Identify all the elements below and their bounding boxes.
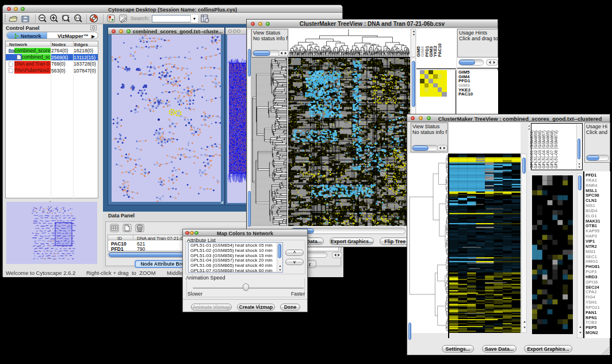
svg-text:1:1: 1:1 bbox=[75, 16, 80, 20]
